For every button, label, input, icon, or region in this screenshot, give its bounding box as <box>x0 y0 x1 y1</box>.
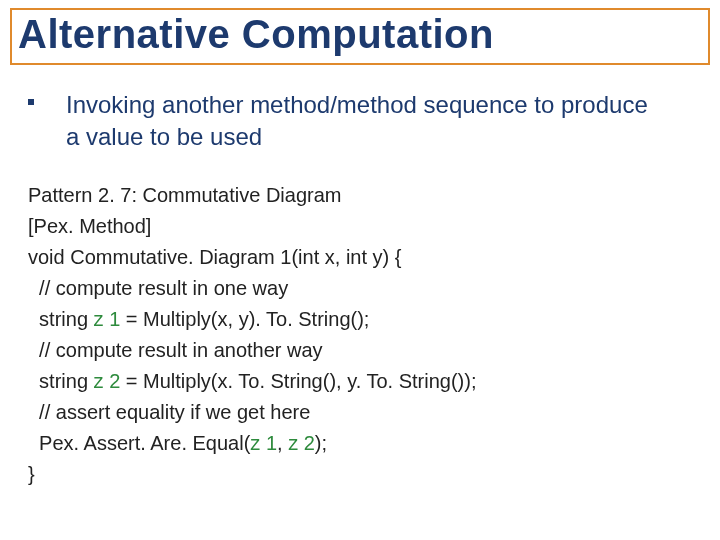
code-text: = Multiply(x. To. String(), y. To. Strin… <box>120 370 476 392</box>
code-line: string z 1 = Multiply(x, y). To. String(… <box>28 304 710 335</box>
code-line: [Pex. Method] <box>28 211 710 242</box>
code-line: void Commutative. Diagram 1(int x, int y… <box>28 242 710 273</box>
code-line: Pattern 2. 7: Commutative Diagram <box>28 180 710 211</box>
slide-title: Alternative Computation <box>18 12 702 57</box>
var-z2-ref: z 2 <box>288 432 315 454</box>
code-text: , <box>277 432 288 454</box>
code-line: Pex. Assert. Are. Equal(z 1, z 2); <box>28 428 710 459</box>
code-line: } <box>28 459 710 490</box>
var-z2: z 2 <box>94 370 121 392</box>
code-text: ); <box>315 432 327 454</box>
code-line: // compute result in another way <box>28 335 710 366</box>
var-z1-ref: z 1 <box>250 432 277 454</box>
code-text: string <box>28 308 94 330</box>
slide: Alternative Computation Invoking another… <box>0 0 720 540</box>
code-line: // assert equality if we get here <box>28 397 710 428</box>
code-block: Pattern 2. 7: Commutative Diagram [Pex. … <box>28 180 710 490</box>
code-text: = Multiply(x, y). To. String(); <box>120 308 369 330</box>
code-text: string <box>28 370 94 392</box>
title-box: Alternative Computation <box>10 8 710 65</box>
code-line: // compute result in one way <box>28 273 710 304</box>
bullet-icon <box>28 99 34 105</box>
bullet-item: Invoking another method/method sequence … <box>28 89 710 154</box>
var-z1: z 1 <box>94 308 121 330</box>
code-line: string z 2 = Multiply(x. To. String(), y… <box>28 366 710 397</box>
bullet-text: Invoking another method/method sequence … <box>66 89 666 154</box>
code-text: Pex. Assert. Are. Equal( <box>28 432 250 454</box>
